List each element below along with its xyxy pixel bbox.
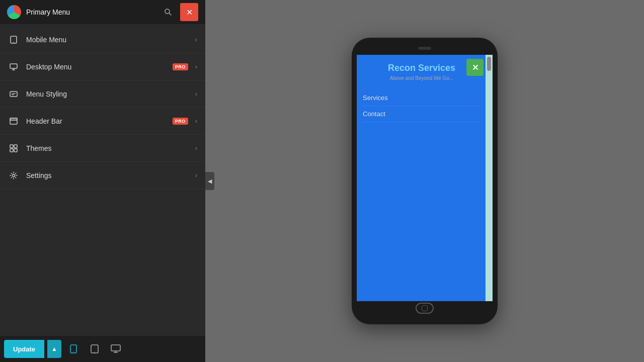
phone-nav-services: Services <box>363 90 480 106</box>
svg-rect-13 <box>14 145 17 148</box>
sidebar-footer: Update ▲ <box>0 336 205 362</box>
search-button[interactable] <box>161 5 175 19</box>
mobile-menu-label: Mobile Menu <box>26 36 188 44</box>
header-bar-icon <box>8 116 19 127</box>
themes-label: Themes <box>26 144 188 152</box>
sidebar: Primary Menu ✕ Mobile Menu › <box>0 0 205 362</box>
phone-scrollbar <box>486 55 493 301</box>
phone-home-bar <box>357 301 493 315</box>
close-icon: ✕ <box>186 8 193 17</box>
menu-styling-icon <box>8 88 19 100</box>
svg-point-20 <box>94 352 95 353</box>
themes-chevron: › <box>195 144 197 152</box>
phone-home-button <box>416 303 434 314</box>
sidebar-item-mobile-menu[interactable]: Mobile Menu › <box>0 26 205 53</box>
desktop-menu-chevron: › <box>195 63 197 70</box>
desktop-menu-label: Desktop Menu <box>26 63 166 71</box>
svg-rect-15 <box>14 149 17 152</box>
phone-close-button[interactable]: ✕ <box>466 59 484 76</box>
phone-home-icon <box>422 305 428 311</box>
phone-screen: ✕ Recon Services Above and Beyond We Go.… <box>357 55 493 301</box>
svg-rect-21 <box>111 345 120 351</box>
header-title: Primary Menu <box>26 8 156 16</box>
svg-rect-7 <box>10 92 17 97</box>
menu-styling-label: Menu Styling <box>26 90 188 98</box>
sidebar-item-settings[interactable]: Settings › <box>0 162 205 189</box>
header-close-button[interactable]: ✕ <box>180 3 198 21</box>
menu-styling-chevron: › <box>195 90 197 98</box>
svg-rect-4 <box>10 64 17 68</box>
sidebar-item-themes[interactable]: Themes › <box>0 135 205 162</box>
desktop-menu-icon <box>8 61 19 72</box>
header-bar-pro-badge: PRO <box>173 118 188 125</box>
nav-items: Mobile Menu › Desktop Menu PRO › <box>0 24 205 336</box>
phone-speaker <box>418 47 431 50</box>
desktop-menu-pro-badge: PRO <box>173 63 188 70</box>
svg-rect-19 <box>91 345 98 353</box>
themes-icon <box>8 143 19 154</box>
phone-site-title: Recon Services <box>363 63 480 73</box>
tablet-device-button[interactable] <box>86 340 104 358</box>
svg-rect-14 <box>10 149 13 152</box>
update-arrow-button[interactable]: ▲ <box>47 340 61 358</box>
sidebar-header: Primary Menu ✕ <box>0 0 205 24</box>
sidebar-toggle-button[interactable]: ◀ <box>205 172 214 190</box>
update-arrow-icon: ▲ <box>51 345 57 352</box>
mobile-device-button[interactable] <box>64 340 83 358</box>
phone-mockup: ✕ Recon Services Above and Beyond We Go.… <box>352 38 498 324</box>
main-preview-area: ✕ Recon Services Above and Beyond We Go.… <box>205 0 644 362</box>
settings-chevron: › <box>195 171 197 179</box>
tablet-icon <box>90 344 100 354</box>
header-bar-chevron: › <box>195 117 197 125</box>
phone-nav-contact: Contact <box>363 106 480 122</box>
phone-scrollbar-thumb <box>487 57 491 71</box>
svg-rect-12 <box>10 145 13 148</box>
svg-point-3 <box>13 42 14 43</box>
svg-rect-11 <box>10 118 17 120</box>
svg-line-1 <box>169 13 171 15</box>
phone-site-subtitle: Above and Beyond We Go... <box>363 75 480 81</box>
header-bar-label: Header Bar <box>26 117 166 125</box>
sidebar-item-header-bar[interactable]: Header Bar PRO › <box>0 108 205 135</box>
sidebar-item-desktop-menu[interactable]: Desktop Menu PRO › <box>0 53 205 80</box>
mobile-menu-chevron: › <box>195 36 197 43</box>
update-button[interactable]: Update <box>4 340 44 358</box>
monitor-icon <box>110 344 121 354</box>
desktop-device-button[interactable] <box>107 340 125 358</box>
toggle-icon: ◀ <box>208 178 212 185</box>
svg-point-18 <box>73 351 74 352</box>
phone-content: Recon Services Above and Beyond We Go...… <box>357 55 493 301</box>
logo-icon <box>7 5 21 19</box>
sidebar-item-menu-styling[interactable]: Menu Styling › <box>0 80 205 108</box>
search-icon <box>164 8 172 16</box>
svg-point-16 <box>13 174 15 176</box>
phone-icon <box>68 344 78 354</box>
mobile-menu-icon <box>8 34 19 45</box>
settings-icon <box>8 170 19 181</box>
settings-label: Settings <box>26 171 188 179</box>
